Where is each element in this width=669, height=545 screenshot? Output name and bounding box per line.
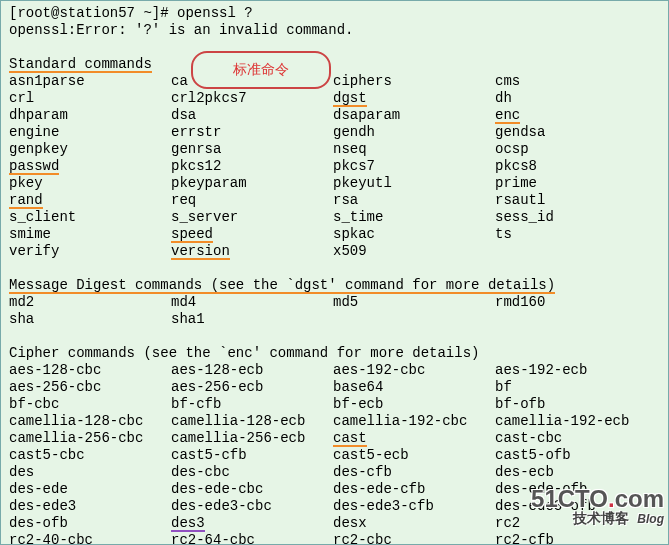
command-cell: s_time [333,209,495,226]
command-cell: bf [495,379,657,396]
command-sess_id: sess_id [495,209,554,225]
command-cell: gendh [333,124,495,141]
command-crl: crl [9,90,34,106]
command-des-ede3-cfb: des-ede3-cfb [333,498,434,514]
command-cell: nseq [333,141,495,158]
command-version: version [171,244,230,260]
command-cell: bf-cfb [171,396,333,413]
terminal-line: openssl:Error: '?' is an invalid command… [9,22,660,39]
command-cell: x509 [333,243,495,260]
command-des-ede3-cbc: des-ede3-cbc [171,498,272,514]
command-cell: des-cbc [171,464,333,481]
command-row: camellia-128-cbccamellia-128-ecbcamellia… [9,413,660,430]
command-spkac: spkac [333,226,375,242]
command-rc2: rc2 [495,515,520,531]
command-s_server: s_server [171,209,238,225]
command-camellia-192-cbc: camellia-192-cbc [333,413,467,429]
command-camellia-192-ecb: camellia-192-ecb [495,413,629,429]
watermark: 51CTO.com 技术博客 Blog [531,487,664,526]
command-cell: pkcs12 [171,158,333,175]
command-cell: des-ede3-cfb [333,498,495,515]
command-cast5-cbc: cast5-cbc [9,447,85,463]
command-cell: asn1parse [9,73,171,90]
command-prime: prime [495,175,537,191]
command-md4: md4 [171,294,196,310]
command-cell: genpkey [9,141,171,158]
command-cell: des-ede3 [9,498,171,515]
command-row: pkeypkeyparampkeyutlprime [9,175,660,192]
command-rsa: rsa [333,192,358,208]
command-cell: aes-256-ecb [171,379,333,396]
command-rc2-cfb: rc2-cfb [495,532,554,545]
command-camellia-256-ecb: camellia-256-ecb [171,430,305,446]
command-row: passwdpkcs12pkcs7pkcs8 [9,158,660,175]
command-cell: des-ede3-cbc [171,498,333,515]
command-cell: speed [171,226,333,243]
command-rmd160: rmd160 [495,294,545,310]
command-sha1: sha1 [171,311,205,327]
command-smime: smime [9,226,51,242]
command-dhparam: dhparam [9,107,68,123]
command-row: cast5-cbccast5-cfbcast5-ecbcast5-ofb [9,447,660,464]
command-cell: pkeyutl [333,175,495,192]
command-s_time: s_time [333,209,383,225]
watermark-sub2: Blog [637,512,664,526]
command-row: s_clients_servers_timesess_id [9,209,660,226]
command-cell: dgst [333,90,495,107]
command-cell: rc2-64-cbc [171,532,333,545]
command-x509: x509 [333,243,367,259]
command-cell: desx [333,515,495,532]
command-bf-ecb: bf-ecb [333,396,383,412]
command-camellia-128-cbc: camellia-128-cbc [9,413,143,429]
command-row: camellia-256-cbccamellia-256-ecbcastcast… [9,430,660,447]
command-cell: dh [495,90,657,107]
command-cell: sha [9,311,171,328]
command-pkcs12: pkcs12 [171,158,221,174]
command-md5: md5 [333,294,358,310]
command-enc: enc [495,108,520,124]
command-row: randreqrsarsautl [9,192,660,209]
command-errstr: errstr [171,124,221,140]
command-sha: sha [9,311,34,327]
command-md2: md2 [9,294,34,310]
command-cell: rand [9,192,171,209]
command-cell: base64 [333,379,495,396]
command-cell: aes-256-cbc [9,379,171,396]
command-pkcs8: pkcs8 [495,158,537,174]
command-cell: aes-192-ecb [495,362,657,379]
command-cell: crl [9,90,171,107]
command-des-ede3: des-ede3 [9,498,76,514]
command-row: desdes-cbcdes-cfbdes-ecb [9,464,660,481]
command-cell: cast5-ofb [495,447,657,464]
command-cell: crl2pkcs7 [171,90,333,107]
command-ocsp: ocsp [495,141,529,157]
command-row: aes-128-cbcaes-128-ecbaes-192-cbcaes-192… [9,362,660,379]
command-cell: des-ede-cbc [171,481,333,498]
command-des-cfb: des-cfb [333,464,392,480]
command-cell: camellia-192-ecb [495,413,657,430]
command-verify: verify [9,243,59,259]
command-rand: rand [9,193,43,209]
command-cell: des-ofb [9,515,171,532]
callout-standard-commands: 标准命令 [191,51,331,89]
shell-command: openssl ? [177,5,253,21]
command-aes-128-cbc: aes-128-cbc [9,362,101,378]
command-rc2-40-cbc: rc2-40-cbc [9,532,93,545]
command-cell: cms [495,73,657,90]
command-nseq: nseq [333,141,367,157]
command-cell: md4 [171,294,333,311]
command-row: genpkeygenrsanseqocsp [9,141,660,158]
command-cell: camellia-256-ecb [171,430,333,447]
command-camellia-256-cbc: camellia-256-cbc [9,430,143,446]
command-pkey: pkey [9,175,43,191]
command-des-ecb: des-ecb [495,464,554,480]
command-cell: verify [9,243,171,260]
command-cell: bf-ofb [495,396,657,413]
command-ts: ts [495,226,512,242]
section-header: Standard commands [9,56,660,73]
command-cell: des-ecb [495,464,657,481]
command-cell: cast5-cfb [171,447,333,464]
command-des-ede: des-ede [9,481,68,497]
command-row: asn1parsecacipherscms [9,73,660,90]
command-row: aes-256-cbcaes-256-ecbbase64bf [9,379,660,396]
